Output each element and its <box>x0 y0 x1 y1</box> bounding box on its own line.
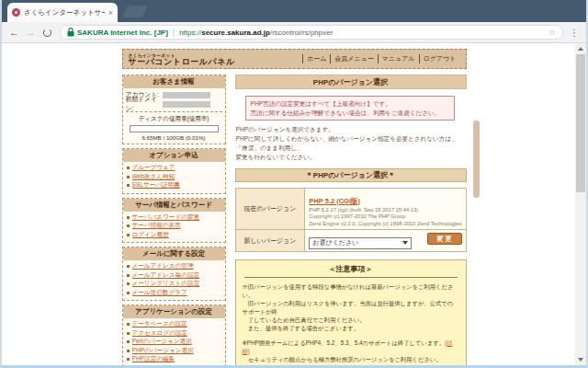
browser-titlebar: さくらインターネットサーバコン × <box>2 0 586 22</box>
sidebar-item-ssl-certificate[interactable]: SSLサーバ証明書 <box>126 181 222 190</box>
sidebar-item-mail-graph[interactable]: メール送信数グラフ <box>126 289 222 298</box>
version-detail: Copyright (c) 1997-2010 The PHP Group <box>309 213 461 221</box>
divider <box>244 277 458 278</box>
dropdown-arrow-icon <box>402 241 408 245</box>
bullet-icon <box>127 323 130 326</box>
address-bar[interactable]: SAKURA Internet Inc. [JP] | https://secu… <box>60 25 563 40</box>
sidebar-item-mailing-list[interactable]: メーリングリストの設定 <box>126 280 222 289</box>
section-title: オプション申込 <box>123 149 225 162</box>
bullet-icon <box>127 176 130 178</box>
customer-info-title: お客さま情報 <box>123 75 225 88</box>
url-host: secure.sakura.ad.jp <box>201 29 270 37</box>
scrollbar-thumb[interactable] <box>576 54 585 192</box>
version-detail: PHP 5.2.17 (cgi) (built: Sep 15 2017 15:… <box>309 207 461 214</box>
scrollbar-down-arrow-icon[interactable] <box>578 358 583 362</box>
sidebar-item-web-tamper-detect[interactable]: Web改ざん検知 <box>126 173 222 182</box>
tab-title: さくらインターネットサーバコン <box>24 8 105 17</box>
bullet-icon <box>127 265 130 268</box>
version-select-value: お選びください <box>312 238 358 247</box>
sidebar-item-login-history[interactable]: ログイン履歴 <box>126 231 222 240</box>
browser-toolbar: ← → SAKURA Internet Inc. [JP] | https://… <box>2 22 586 43</box>
notes-title: ＜注意事項＞ <box>243 264 459 274</box>
disk-usage-label: ディスクの使用量(使用率) <box>126 115 222 123</box>
content-scrollbar-thumb[interactable] <box>473 121 480 198</box>
version-table: 現在のバージョン PHP 5.2 (CGI版) PHP 5.2.17 (cgi)… <box>235 188 467 252</box>
back-button[interactable]: ← <box>7 28 21 38</box>
section-title: アプリケーションの設定 <box>123 305 225 318</box>
bullet-icon <box>127 234 130 236</box>
page-viewport: さくらインターネット サーバコントロールパネル ホーム 会員メニュー マニュアル… <box>2 43 586 365</box>
browser-menu-icon[interactable]: ⋮ <box>570 28 579 38</box>
sidebar-item-access-log[interactable]: アクセスログの設定 <box>126 329 222 339</box>
sidebar-item-php-version[interactable]: PHPのバージョン選択 <box>126 347 222 356</box>
domain-label: 初期ドメイン: <box>126 95 163 113</box>
sidebar-item-database[interactable]: データベースの設定 <box>126 320 222 329</box>
redacted-account-value <box>163 92 210 98</box>
bullet-icon <box>127 332 130 335</box>
sidebar-section-application: アプリケーションの設定 データベースの設定 アクセスログの設定 Perlのバージ… <box>122 305 226 365</box>
bullet-icon <box>127 184 130 187</box>
notes-paragraph: ※PHP開発チームによるPHP4、5.2、5.3、5.4のサポートは終了していま… <box>243 339 459 363</box>
intro-line: 変更を行わないでください。 <box>236 153 466 162</box>
php-version-section-title: ＊PHPのバージョン選択＊ <box>235 168 467 182</box>
bullet-icon <box>127 216 130 219</box>
tab-close-icon[interactable]: × <box>108 8 113 17</box>
table-row: 新しいバージョン お選びください 変 更 <box>235 230 466 252</box>
sidebar: お客さま情報 アカウント: 初期ドメイン: ディスクの使用量(使 <box>122 75 226 365</box>
bullet-icon <box>127 340 130 343</box>
sidebar-item-change-password[interactable]: サーバパスワードの変更 <box>126 213 222 223</box>
browser-window: さくらインターネットサーバコン × ← → SAKURA Internet In… <box>0 0 588 368</box>
browser-scrollbar[interactable] <box>575 43 586 365</box>
browser-tab[interactable]: さくらインターネットサーバコン × <box>7 3 118 22</box>
padlock-icon <box>67 28 74 37</box>
bullet-icon <box>127 274 130 277</box>
reload-icon[interactable] <box>43 29 51 37</box>
bullet-icon <box>127 282 130 285</box>
sidebar-item-server-info[interactable]: サーバ情報の表示 <box>126 222 222 231</box>
sidebar-section-mail: メールに関する設定 メールアドレスの管理 メールアドレス毎の設定 メーリングリス… <box>122 247 226 301</box>
bullet-icon <box>127 350 130 352</box>
ev-certificate-label: SAKURA Internet Inc. [JP] <box>77 29 168 37</box>
nav-manual[interactable]: マニュアル <box>378 54 419 63</box>
current-version-link[interactable]: PHP 5.2 (CGI版) <box>309 197 360 205</box>
disk-usage-bar <box>130 125 219 132</box>
sidebar-item-php-settings[interactable]: PHP設定の編集 <box>126 355 222 364</box>
notes-paragraph: ※旧バージョンを使用する特段な事情がなければ最新バージョンをご利用ください。 旧… <box>243 282 459 333</box>
nav-member-menu[interactable]: 会員メニュー <box>330 54 378 63</box>
section-title: サーバ情報とパスワード <box>123 199 225 212</box>
nav-logout[interactable]: ログアウト <box>419 54 460 63</box>
bullet-icon <box>127 292 130 294</box>
change-button[interactable]: 変 更 <box>427 233 462 245</box>
warning-box: PHP言語の設定変更はすべて【上級者向け】です。 言語に関する仕組みが理解できな… <box>245 96 455 121</box>
scrollbar-up-arrow-icon[interactable] <box>578 47 583 51</box>
sidebar-item-mail-address-manage[interactable]: メールアドレスの管理 <box>126 262 222 271</box>
sidebar-item-perl-version[interactable]: Perlのバージョン選択 <box>126 338 222 347</box>
version-detail: Zend Engine v2.2.0, Copyright (c) 1998-2… <box>309 221 461 228</box>
main-content: PHPのバージョン選択 PHP言語の設定変更はすべて【上級者向け】です。 言語に… <box>235 75 467 365</box>
page-title: PHPのバージョン選択 <box>235 75 467 89</box>
forward-button: → <box>24 28 38 38</box>
warning-line: PHP言語の設定変更はすべて【上級者向け】です。 <box>251 99 449 109</box>
new-version-label: 新しいバージョン <box>235 230 305 252</box>
redacted-domain-value <box>163 101 210 108</box>
intro-line: PHPのバージョンを選択できます。 <box>236 125 466 134</box>
new-tab-button[interactable] <box>122 6 148 17</box>
version-select[interactable]: お選びください <box>309 237 412 249</box>
url-scheme: https:// <box>179 29 201 37</box>
bullet-icon <box>127 224 130 227</box>
sidebar-section-options: オプション申込 グループウェア Web改ざん検知 SSLサーバ証明書 <box>122 148 226 194</box>
disk-usage-value: 6.65MB / 100GB (0.01%) <box>126 134 222 141</box>
intro-text: PHPのバージョンを選択できます。 PHPに関して詳しくわからない、細かなバージ… <box>236 125 466 162</box>
current-version-label: 現在のバージョン <box>235 188 305 230</box>
url-separator: | <box>173 28 175 37</box>
nav-home[interactable]: ホーム <box>302 54 330 63</box>
bookmark-star-icon[interactable]: ☆ <box>548 28 556 37</box>
bullet-icon <box>127 358 130 361</box>
table-row: 現在のバージョン PHP 5.2 (CGI版) PHP 5.2.17 (cgi)… <box>235 188 466 230</box>
warning-line: 言語に関する仕組みが理解できない場合は、利用をご遠慮ください。 <box>251 109 449 118</box>
site-logo[interactable]: さくらインターネット サーバコントロールパネル <box>129 52 235 66</box>
sidebar-item-groupware[interactable]: グループウェア <box>126 164 222 173</box>
bullet-icon <box>127 167 130 169</box>
notes-box: ＜注意事項＞ ※旧バージョンを使用する特段な事情がなければ最新バージョンをご利用… <box>235 259 467 365</box>
sidebar-item-mail-address-settings[interactable]: メールアドレス毎の設定 <box>126 271 222 281</box>
